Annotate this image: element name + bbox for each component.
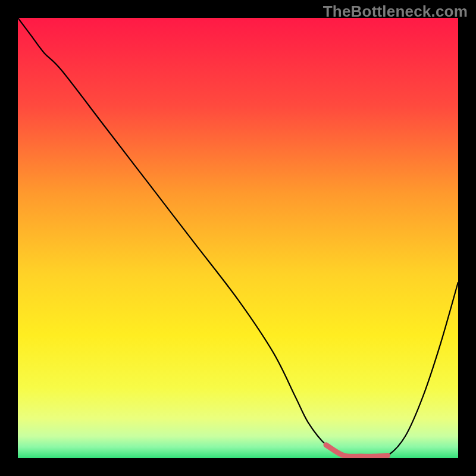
gradient-background [18, 18, 458, 458]
chart-frame: TheBottleneck.com [0, 0, 476, 476]
svg-rect-0 [18, 18, 458, 458]
chart-area [18, 18, 458, 458]
